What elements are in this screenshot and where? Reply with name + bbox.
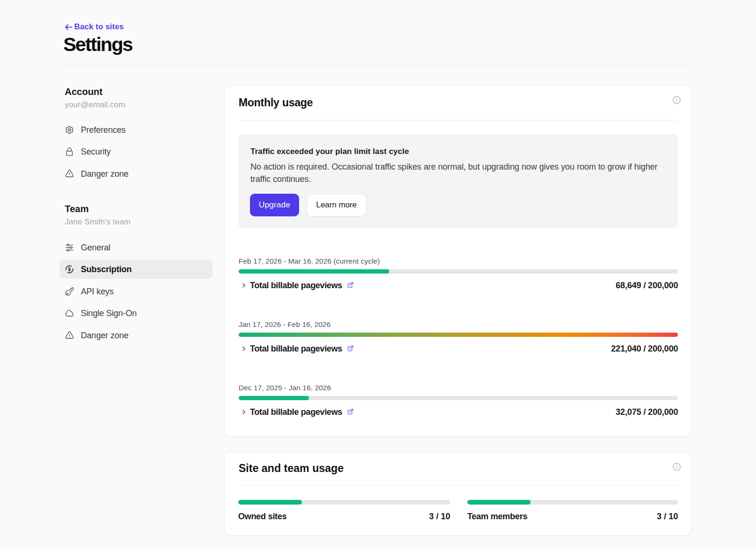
svg-text:$: $: [68, 267, 71, 272]
